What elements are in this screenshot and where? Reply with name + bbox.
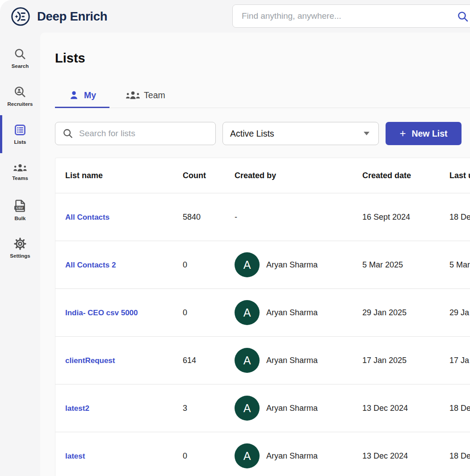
tab-my[interactable]: My — [55, 85, 109, 108]
list-count: 0 — [183, 260, 235, 270]
sidebar-item-label: Lists — [14, 139, 26, 145]
recruiter-search-icon — [14, 86, 26, 98]
sidebar-item-label: Recruiters — [8, 101, 33, 107]
table-row: India- CEO csv 5000 0 A Aryan Sharma 29 … — [55, 289, 470, 337]
chevron-down-icon — [364, 132, 369, 135]
list-name-link[interactable]: All Contacts 2 — [65, 261, 116, 269]
list-name-link[interactable]: latest — [65, 452, 85, 460]
tab-label: My — [84, 90, 96, 100]
created-by-value: Aryan Sharma — [266, 260, 318, 270]
sidebar-item-label: Bulk — [15, 216, 26, 221]
sidebar-item-settings[interactable]: Settings — [0, 229, 40, 267]
table-header-row: List name Count Created by Created date … — [55, 158, 470, 193]
column-header-last-updated: Last u — [449, 171, 470, 180]
avatar: A — [235, 396, 260, 421]
table-row: All Contacts 5840 - 16 Sept 2024 18 De — [55, 193, 470, 241]
list-count: 0 — [183, 308, 235, 317]
created-date: 29 Jan 2025 — [362, 308, 449, 317]
person-icon — [68, 90, 80, 101]
table-row: latest 0 A Aryan Sharma 13 Dec 2024 18 D… — [55, 432, 470, 476]
sidebar-item-lists[interactable]: Lists — [0, 115, 40, 153]
top-header: Deep Enrich — [0, 0, 470, 33]
last-updated: 17 Ja — [449, 356, 470, 365]
search-icon — [63, 128, 73, 139]
avatar: A — [235, 443, 260, 468]
global-search-input[interactable] — [242, 5, 447, 27]
created-by-value: Aryan Sharma — [266, 451, 318, 461]
sidebar-nav: Search Recruiters — [0, 33, 40, 476]
deep-enrich-logo-icon — [11, 7, 30, 26]
last-updated: 5 Mar — [449, 260, 470, 270]
table-row: All Contacts 2 0 A Aryan Sharma 5 Mar 20… — [55, 241, 470, 289]
tab-bar: My Team — [55, 85, 470, 108]
teams-icon — [13, 163, 27, 172]
last-updated: 29 Ja — [449, 308, 470, 317]
created-by-value: Aryan Sharma — [266, 356, 318, 365]
created-by-value: Aryan Sharma — [266, 308, 318, 317]
sidebar-item-recruiters[interactable]: Recruiters — [0, 77, 40, 115]
active-lists-dropdown[interactable]: Active Lists — [222, 122, 379, 145]
sidebar-item-label: Teams — [12, 175, 28, 181]
created-date: 13 Dec 2024 — [362, 451, 449, 461]
sidebar-item-label: Search — [12, 63, 29, 69]
list-name-link[interactable]: clientRequest — [65, 356, 115, 365]
sidebar-item-search[interactable]: Search — [0, 39, 40, 77]
search-icon[interactable] — [457, 11, 469, 22]
global-search-bar[interactable] — [232, 4, 470, 28]
table-row: clientRequest 614 A Aryan Sharma 17 Jan … — [55, 337, 470, 384]
tab-team[interactable]: Team — [115, 85, 176, 108]
list-controls: Active Lists + New List — [55, 122, 470, 145]
table-row: latest2 3 A Aryan Sharma 13 Dec 2024 18 … — [55, 384, 470, 432]
list-name-link[interactable]: India- CEO csv 5000 — [65, 309, 138, 317]
column-header-count: Count — [183, 171, 235, 180]
last-updated: 18 De — [449, 451, 470, 461]
created-by-value: - — [235, 213, 237, 222]
column-header-list-name: List name — [55, 171, 183, 180]
list-search-input[interactable] — [79, 129, 208, 138]
list-name-link[interactable]: latest2 — [65, 404, 89, 413]
search-icon — [14, 48, 26, 60]
list-count: 5840 — [183, 213, 235, 222]
app-window: Deep Enrich Search — [0, 0, 470, 476]
tab-label: Team — [144, 90, 165, 100]
new-list-button[interactable]: + New List — [386, 122, 462, 145]
sidebar-item-teams[interactable]: Teams — [0, 153, 40, 191]
list-count: 614 — [183, 356, 235, 365]
group-icon — [126, 91, 140, 100]
sidebar-item-bulk[interactable]: CSV Bulk — [0, 191, 40, 229]
active-indicator-bar — [0, 115, 2, 153]
plus-icon: + — [399, 128, 406, 139]
list-count: 0 — [183, 451, 235, 461]
main-content: Lists My — [40, 33, 470, 476]
page-title: Lists — [55, 51, 470, 66]
app-title: Deep Enrich — [37, 9, 107, 24]
list-search-bar[interactable] — [55, 122, 216, 145]
new-list-label: New List — [411, 129, 447, 139]
last-updated: 18 De — [449, 213, 470, 222]
list-count: 3 — [183, 404, 235, 413]
csv-file-icon: CSV — [13, 199, 27, 213]
column-header-created-by: Created by — [235, 171, 362, 180]
created-date: 17 Jan 2025 — [362, 356, 449, 365]
avatar: A — [235, 348, 260, 373]
gear-icon — [14, 238, 26, 250]
last-updated: 18 De — [449, 404, 470, 413]
created-date: 16 Sept 2024 — [362, 213, 449, 222]
avatar: A — [235, 252, 260, 277]
column-header-created-date: Created date — [362, 171, 449, 180]
dropdown-value: Active Lists — [230, 129, 274, 139]
created-date: 5 Mar 2025 — [362, 260, 449, 270]
csv-icon-text: CSV — [16, 206, 24, 210]
sidebar-item-label: Settings — [10, 253, 30, 259]
avatar: A — [235, 300, 260, 325]
lists-icon — [14, 124, 26, 136]
lists-table: List name Count Created by Created date … — [55, 158, 470, 476]
list-name-link[interactable]: All Contacts — [65, 213, 109, 221]
created-by-value: Aryan Sharma — [266, 404, 318, 413]
created-date: 13 Dec 2024 — [362, 404, 449, 413]
